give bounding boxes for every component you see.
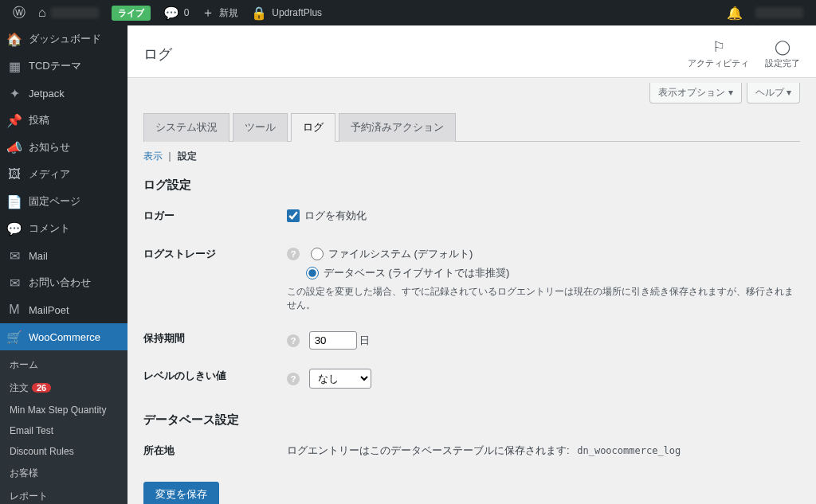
page-header: ログ ⚐アクティビティ ◯設定完了	[128, 25, 816, 78]
activity-button[interactable]: ⚐アクティビティ	[688, 38, 749, 69]
menu-woocommerce[interactable]: 🛒WooCommerce	[0, 323, 128, 350]
location-desc: ログエントリーはこのデータベーステーブルに保存されます:	[287, 444, 572, 456]
tab-tools[interactable]: ツール	[233, 113, 288, 142]
theme-icon: ▦	[6, 58, 22, 74]
tab-scheduled[interactable]: 予約済みアクション	[339, 113, 456, 142]
submenu-home[interactable]: ホーム	[0, 354, 128, 377]
log-settings-heading: ログ設定	[143, 178, 800, 193]
retention-label: 保持期間	[143, 331, 287, 346]
menu-dashboard[interactable]: 🏠ダッシュボード	[0, 25, 128, 53]
help-icon[interactable]: ?	[287, 248, 300, 260]
menu-contact[interactable]: ✉お問い合わせ	[0, 269, 128, 296]
site-home[interactable]: ⌂	[32, 0, 105, 25]
menu-news[interactable]: 📣お知らせ	[0, 134, 128, 161]
mail-icon: ✉	[6, 275, 22, 291]
new-content[interactable]: ＋新規	[195, 0, 245, 25]
storage-description: この設定を変更した場合、すでに記録されているログエントリーは現在の場所に引き続き…	[287, 285, 800, 312]
media-icon: 🖼	[6, 166, 22, 182]
submenu-customers[interactable]: お客様	[0, 462, 128, 485]
storage-label: ログストレージ	[143, 247, 287, 261]
live-badge[interactable]: ライブ	[105, 0, 157, 25]
finish-button[interactable]: ◯設定完了	[765, 38, 800, 69]
save-button[interactable]: 変更を保存	[143, 482, 219, 504]
subnav-view[interactable]: 表示	[143, 150, 163, 162]
retention-unit: 日	[359, 334, 370, 346]
menu-jetpack[interactable]: ✦Jetpack	[0, 80, 128, 107]
storage-database-label: データベース (ライブサイトでは非推奨)	[324, 266, 509, 280]
page-icon: 📄	[6, 193, 22, 209]
wp-logo[interactable]: ⓦ	[6, 0, 32, 25]
submenu-minmax[interactable]: Min Max Step Quantity	[0, 400, 128, 420]
menu-mailpoet[interactable]: MMailPoet	[0, 296, 128, 323]
subnav-settings[interactable]: 設定	[178, 150, 197, 162]
user-account[interactable]	[749, 0, 810, 25]
submenu-orders[interactable]: 注文26	[0, 377, 128, 400]
threshold-label: レベルのしきい値	[143, 369, 287, 383]
megaphone-icon: 📣	[6, 139, 22, 155]
menu-mail[interactable]: ✉Mail	[0, 242, 128, 269]
woocommerce-icon: 🛒	[6, 329, 22, 345]
submenu-reports[interactable]: レポート	[0, 485, 128, 504]
mailpoet-icon: M	[6, 302, 22, 318]
screen-options-button[interactable]: 表示オプション ▾	[649, 83, 741, 104]
circle-icon: ◯	[765, 38, 800, 56]
status-tabs: システム状況 ツール ログ 予約済みアクション	[143, 113, 800, 142]
help-icon[interactable]: ?	[287, 334, 300, 347]
menu-tcd[interactable]: ▦TCDテーマ	[0, 53, 128, 80]
jetpack-icon: ✦	[6, 85, 22, 101]
help-button[interactable]: ヘルプ ▾	[747, 83, 800, 104]
log-subnav: 表示 ｜ 設定	[143, 150, 800, 163]
main-content: ログ ⚐アクティビティ ◯設定完了 表示オプション ▾ ヘルプ ▾ システム状況…	[128, 25, 816, 504]
db-settings-heading: データベース設定	[143, 412, 800, 428]
dashboard-icon: 🏠	[6, 31, 22, 47]
help-icon[interactable]: ?	[287, 373, 300, 385]
comment-icon: 💬	[6, 221, 22, 236]
admin-bar: ⓦ ⌂ ライブ 💬0 ＋新規 🔒UpdraftPlus 🔔	[0, 0, 816, 25]
pin-icon: 📌	[6, 112, 22, 128]
logger-enable-label[interactable]: ログを有効化	[287, 209, 800, 223]
menu-comments[interactable]: 💬コメント	[0, 215, 128, 242]
logger-label: ロガー	[143, 209, 287, 223]
admin-menu: 🏠ダッシュボード ▦TCDテーマ ✦Jetpack 📌投稿 📣お知らせ 🖼メディ…	[0, 25, 128, 504]
menu-media[interactable]: 🖼メディア	[0, 161, 128, 188]
retention-input[interactable]	[309, 331, 357, 350]
menu-posts[interactable]: 📌投稿	[0, 107, 128, 134]
subnav-separator: ｜	[165, 150, 175, 162]
notifications-icon[interactable]: 🔔	[720, 0, 749, 25]
page-title: ログ	[143, 45, 172, 64]
storage-database-radio[interactable]	[306, 267, 319, 279]
menu-pages[interactable]: 📄固定ページ	[0, 188, 128, 215]
mail-icon: ✉	[6, 248, 22, 264]
tab-system-status[interactable]: システム状況	[143, 113, 230, 142]
updraft-link[interactable]: 🔒UpdraftPlus	[245, 0, 328, 25]
flag-icon: ⚐	[688, 38, 749, 56]
storage-filesystem-label: ファイルシステム (デフォルト)	[328, 247, 473, 261]
threshold-select[interactable]: なし	[309, 369, 371, 389]
submenu-emailtest[interactable]: Email Test	[0, 420, 128, 441]
tab-logs[interactable]: ログ	[291, 113, 335, 142]
storage-filesystem-radio[interactable]	[311, 248, 324, 260]
logger-enable-checkbox[interactable]	[287, 209, 300, 222]
woocommerce-submenu: ホーム 注文26 Min Max Step Quantity Email Tes…	[0, 350, 128, 504]
comments-link[interactable]: 💬0	[157, 0, 196, 25]
submenu-discount[interactable]: Discount Rules	[0, 441, 128, 462]
location-label: 所在地	[143, 443, 287, 458]
location-table-name: dn_woocommerce_log	[572, 443, 685, 458]
